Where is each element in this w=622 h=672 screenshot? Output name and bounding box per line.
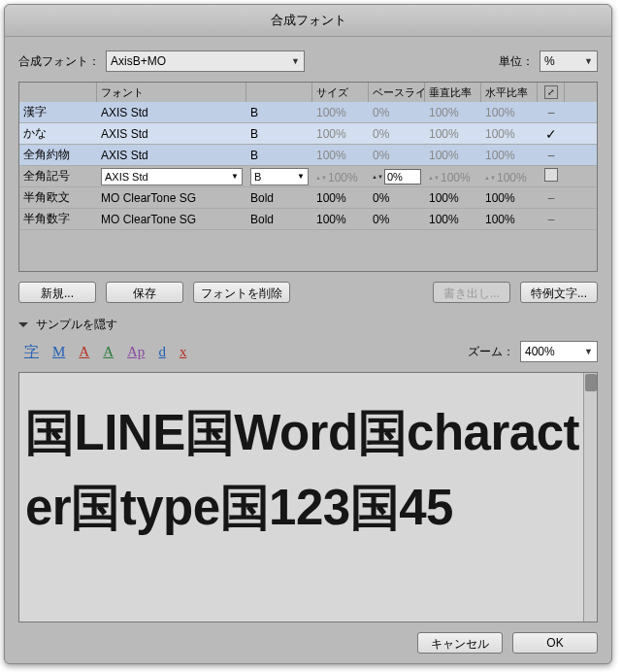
- cell-category: 半角数字: [19, 209, 97, 229]
- cell-size: 100%: [312, 211, 369, 228]
- font-table: フォント サイズ ベースライ... 垂直比率 水平比率 ⤢ 漢字AXIS Std…: [18, 82, 598, 272]
- cell-category: 全角記号: [19, 166, 97, 186]
- save-button[interactable]: 保存: [106, 282, 183, 303]
- tool-icon-4[interactable]: Ap: [127, 344, 145, 360]
- scrollbar[interactable]: [583, 373, 597, 622]
- ok-button[interactable]: OK: [512, 632, 598, 654]
- zoom-select[interactable]: 400% ▼: [520, 341, 598, 362]
- cell-category: 漢字: [19, 102, 97, 122]
- cell-baseline: 0%: [369, 125, 425, 143]
- cell-check[interactable]: [538, 166, 565, 186]
- disclosure-toggle[interactable]: サンプルを隠す: [18, 317, 598, 333]
- table-row[interactable]: 全角記号AXIS Std▼B▼▲▼100%▲▼▲▼100%▲▼100%: [19, 166, 597, 187]
- triangle-down-icon: [18, 322, 28, 327]
- unit-label: 単位：: [499, 53, 534, 70]
- unit-value: %: [544, 54, 555, 68]
- col-style: [246, 83, 312, 102]
- composite-font-select[interactable]: AxisB+MO ▼: [106, 50, 305, 72]
- disclosure-label: サンプルを隠す: [36, 317, 117, 333]
- chevron-down-icon: ▼: [584, 56, 593, 66]
- cell-check[interactable]: –: [538, 211, 565, 228]
- cell-check[interactable]: –: [538, 189, 565, 207]
- scroll-thumb[interactable]: [585, 374, 597, 391]
- col-hscale[interactable]: 水平比率: [481, 83, 538, 102]
- cell-font: MO ClearTone SG: [97, 211, 246, 228]
- cell-style: B: [246, 104, 312, 121]
- cell-style: Bold: [246, 211, 312, 228]
- cell-font: AXIS Std: [97, 104, 246, 121]
- cell-hscale: 100%: [481, 189, 538, 207]
- cell-baseline: 0%: [369, 104, 425, 121]
- cell-style: B: [246, 125, 312, 143]
- table-row[interactable]: 半角欧文MO ClearTone SGBold100%0%100%100%–: [19, 187, 597, 209]
- expand-icon: ⤢: [544, 85, 558, 99]
- font-label: 合成フォント：: [18, 53, 100, 70]
- tool-icon-5[interactable]: d: [158, 344, 166, 360]
- dash-icon: –: [548, 213, 555, 226]
- col-size[interactable]: サイズ: [312, 83, 369, 102]
- delete-font-button[interactable]: フォントを削除: [193, 282, 290, 303]
- sample-text: 国LINE国Word国character国type国123国45: [19, 373, 597, 568]
- cell-hscale: 100%: [481, 211, 538, 228]
- zoom-value: 400%: [525, 345, 555, 358]
- col-baseline[interactable]: ベースライ...: [369, 83, 425, 102]
- cell-hscale: 100%: [481, 147, 538, 164]
- cell-style: B: [246, 147, 312, 164]
- cell-baseline: 0%: [369, 147, 425, 164]
- cell-baseline: 0%: [369, 211, 425, 228]
- dash-icon: –: [548, 191, 555, 205]
- export-button: 書き出し...: [433, 282, 510, 303]
- chevron-down-icon: ▼: [584, 347, 593, 356]
- cell-font[interactable]: AXIS Std▼: [97, 166, 246, 187]
- table-header: フォント サイズ ベースライ... 垂直比率 水平比率 ⤢: [19, 83, 597, 102]
- cell-size: ▲▼100%: [312, 167, 369, 186]
- tool-icon-3[interactable]: A: [103, 344, 114, 360]
- dash-icon: –: [548, 106, 555, 119]
- table-row[interactable]: 半角数字MO ClearTone SGBold100%0%100%100%–: [19, 209, 597, 230]
- col-font[interactable]: フォント: [97, 83, 246, 102]
- cell-category: 半角欧文: [19, 187, 97, 208]
- cell-font: MO ClearTone SG: [97, 189, 246, 207]
- cell-vscale: 100%: [425, 104, 481, 121]
- cell-size: 100%: [312, 189, 369, 207]
- cell-hscale: 100%: [481, 104, 538, 121]
- col-category: [19, 83, 97, 102]
- cell-size: 100%: [312, 147, 369, 164]
- cell-size: 100%: [312, 104, 369, 121]
- unit-select[interactable]: % ▼: [540, 50, 598, 72]
- check-icon: ✓: [545, 126, 557, 142]
- zoom-label: ズーム：: [468, 344, 514, 360]
- col-expand[interactable]: ⤢: [538, 83, 565, 102]
- table-row[interactable]: 漢字AXIS StdB100%0%100%100%–: [19, 102, 597, 123]
- chevron-down-icon: ▼: [291, 56, 300, 66]
- cell-hscale: 100%: [481, 125, 538, 143]
- cell-category: かな: [19, 123, 97, 144]
- tool-icon-2[interactable]: A: [79, 344, 89, 360]
- table-row[interactable]: 全角約物AXIS StdB100%0%100%100%–: [19, 145, 597, 166]
- cancel-button[interactable]: キャンセル: [417, 632, 503, 654]
- tool-icon-0[interactable]: 字: [24, 343, 39, 361]
- cell-check[interactable]: ✓: [538, 124, 565, 144]
- dash-icon: –: [548, 149, 555, 162]
- cell-vscale: ▲▼100%: [425, 167, 481, 186]
- col-vscale[interactable]: 垂直比率: [425, 83, 481, 102]
- tool-icon-1[interactable]: M: [52, 344, 65, 360]
- cell-vscale: 100%: [425, 211, 481, 228]
- sample-preview: 国LINE国Word国character国type国123国45: [18, 372, 598, 622]
- cell-hscale: ▲▼100%: [481, 167, 538, 186]
- cell-category: 全角約物: [19, 145, 97, 165]
- cell-baseline[interactable]: ▲▼: [369, 166, 425, 186]
- cell-font: AXIS Std: [97, 147, 246, 164]
- table-row[interactable]: かなAXIS StdB100%0%100%100%✓: [19, 123, 597, 145]
- special-chars-button[interactable]: 特例文字...: [520, 282, 598, 303]
- cell-font: AXIS Std: [97, 125, 246, 143]
- tool-icon-6[interactable]: x: [180, 344, 187, 360]
- cell-check[interactable]: –: [538, 147, 565, 164]
- new-button[interactable]: 新規...: [18, 282, 96, 303]
- cell-baseline: 0%: [369, 189, 425, 207]
- cell-style: Bold: [246, 189, 312, 207]
- cell-style[interactable]: B▼: [246, 166, 312, 187]
- composite-font-value: AxisB+MO: [111, 54, 166, 68]
- cell-check[interactable]: –: [538, 104, 565, 121]
- cell-vscale: 100%: [425, 125, 481, 143]
